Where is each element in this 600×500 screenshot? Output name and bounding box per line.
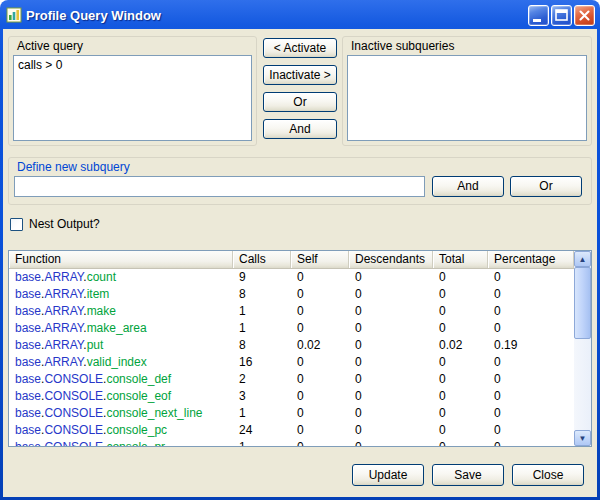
or-transfer-button[interactable]: Or — [263, 92, 337, 112]
active-query-item[interactable]: calls > 0 — [14, 56, 251, 74]
cell-value: 0 — [291, 388, 349, 405]
table-row[interactable]: base.CONSOLE.console_pr10000 — [9, 439, 574, 446]
active-query-list[interactable]: calls > 0 — [13, 55, 252, 141]
cell-value: 0 — [488, 320, 574, 337]
and-transfer-button[interactable]: And — [263, 119, 337, 139]
inactivate-button[interactable]: Inactivate > — [263, 65, 337, 85]
cell-value: 0 — [433, 269, 488, 286]
maximize-button[interactable] — [551, 5, 572, 26]
cell-value: 3 — [233, 388, 291, 405]
nest-output-row: Nest Output? — [10, 217, 100, 231]
cell-value: 1 — [233, 439, 291, 446]
column-header-descendants[interactable]: Descendants — [349, 251, 433, 268]
inactive-subqueries-label: Inactive subqueries — [343, 37, 591, 53]
inactive-subqueries-group: Inactive subqueries — [342, 36, 592, 146]
function-name: base.ARRAY.count — [9, 269, 233, 286]
cell-value: 0 — [488, 269, 574, 286]
nest-output-checkbox[interactable] — [10, 218, 23, 231]
table-scrollbar[interactable]: ▲ ▼ — [574, 251, 591, 446]
window-title: Profile Query Window — [26, 8, 526, 23]
function-name: base.CONSOLE.console_pc — [9, 422, 233, 439]
table-body: base.ARRAY.count90000base.ARRAY.item8000… — [9, 269, 574, 446]
function-name: base.CONSOLE.console_pr — [9, 439, 233, 446]
column-header-percentage[interactable]: Percentage — [488, 251, 574, 268]
cell-value: 0 — [349, 422, 433, 439]
cell-value: 0 — [349, 286, 433, 303]
cell-value: 0 — [291, 320, 349, 337]
cell-value: 0 — [291, 439, 349, 446]
table-row[interactable]: base.ARRAY.make_area10000 — [9, 320, 574, 337]
column-header-calls[interactable]: Calls — [233, 251, 291, 268]
cell-value: 0 — [349, 388, 433, 405]
minimize-icon — [529, 6, 548, 25]
cell-value: 0 — [349, 439, 433, 446]
cell-value: 0 — [291, 371, 349, 388]
cell-value: 0 — [488, 371, 574, 388]
cell-value: 8 — [233, 337, 291, 354]
cell-value: 0 — [433, 371, 488, 388]
table-row[interactable]: base.ARRAY.valid_index160000 — [9, 354, 574, 371]
function-name: base.CONSOLE.console_eof — [9, 388, 233, 405]
cell-value: 24 — [233, 422, 291, 439]
client-area: Active query calls > 0 < Activate Inacti… — [3, 29, 597, 497]
cell-value: 0 — [433, 354, 488, 371]
table-row[interactable]: base.ARRAY.count90000 — [9, 269, 574, 286]
maximize-icon — [552, 6, 571, 25]
cell-value: 0 — [488, 286, 574, 303]
cell-value: 0 — [488, 354, 574, 371]
save-button[interactable]: Save — [432, 464, 504, 486]
function-name: base.ARRAY.make_area — [9, 320, 233, 337]
app-icon — [6, 7, 22, 23]
cell-value: 0 — [433, 286, 488, 303]
function-name: base.ARRAY.item — [9, 286, 233, 303]
cell-value: 0 — [291, 354, 349, 371]
table-row[interactable]: base.ARRAY.put80.0200.020.19 — [9, 337, 574, 354]
update-button[interactable]: Update — [352, 464, 424, 486]
table-row[interactable]: base.CONSOLE.console_next_line10000 — [9, 405, 574, 422]
title-bar[interactable]: Profile Query Window — [6, 3, 595, 27]
cell-value: 0 — [349, 269, 433, 286]
function-name: base.CONSOLE.console_next_line — [9, 405, 233, 422]
table-row[interactable]: base.CONSOLE.console_eof30000 — [9, 388, 574, 405]
cell-value: 0 — [349, 371, 433, 388]
and-subquery-button[interactable]: And — [432, 176, 504, 197]
cell-value: 0.19 — [488, 337, 574, 354]
scroll-thumb[interactable] — [574, 267, 591, 339]
or-subquery-button[interactable]: Or — [510, 176, 582, 197]
cell-value: 0 — [349, 405, 433, 422]
cell-value: 2 — [233, 371, 291, 388]
activate-button[interactable]: < Activate — [263, 38, 337, 58]
table-row[interactable]: base.CONSOLE.console_pc240000 — [9, 422, 574, 439]
column-header-total[interactable]: Total — [433, 251, 488, 268]
close-action-button[interactable]: Close — [512, 464, 584, 486]
table-row[interactable]: base.ARRAY.item80000 — [9, 286, 574, 303]
profile-query-window: Profile Query Window Active query calls … — [0, 0, 600, 500]
cell-value: 0 — [488, 439, 574, 446]
cell-value: 1 — [233, 405, 291, 422]
active-query-group: Active query calls > 0 — [8, 36, 257, 146]
cell-value: 0.02 — [433, 337, 488, 354]
minimize-button[interactable] — [528, 5, 549, 26]
subquery-input[interactable] — [14, 176, 425, 197]
column-header-function[interactable]: Function — [9, 251, 233, 268]
close-button[interactable] — [574, 5, 595, 26]
scroll-up-button[interactable]: ▲ — [574, 251, 591, 267]
table-row[interactable]: base.CONSOLE.console_def20000 — [9, 371, 574, 388]
scroll-down-button[interactable]: ▼ — [574, 430, 591, 446]
cell-value: 0 — [291, 303, 349, 320]
inactive-subqueries-list[interactable] — [347, 55, 587, 141]
cell-value: 0 — [488, 303, 574, 320]
column-header-self[interactable]: Self — [291, 251, 349, 268]
cell-value: 0 — [433, 422, 488, 439]
cell-value: 0 — [349, 337, 433, 354]
cell-value: 0 — [433, 439, 488, 446]
cell-value: 0 — [433, 320, 488, 337]
cell-value: 0 — [291, 405, 349, 422]
cell-value: 1 — [233, 303, 291, 320]
define-subquery-label: Define new subquery — [9, 158, 591, 174]
cell-value: 0 — [291, 286, 349, 303]
results-table: Function Calls Self Descendants Total Pe… — [8, 250, 592, 447]
nest-output-label: Nest Output? — [29, 217, 100, 231]
table-row[interactable]: base.ARRAY.make10000 — [9, 303, 574, 320]
cell-value: 0 — [433, 303, 488, 320]
